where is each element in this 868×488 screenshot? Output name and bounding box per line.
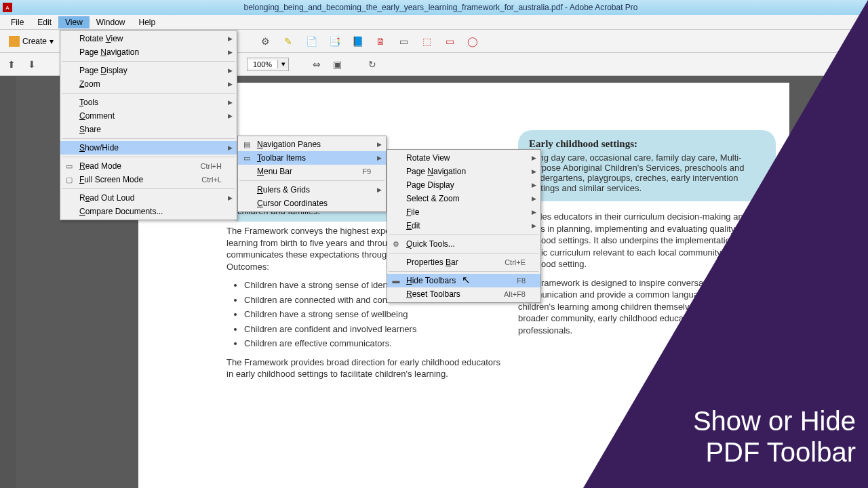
crop-icon[interactable]: ▭ bbox=[396, 34, 411, 49]
comment-icon[interactable]: ✎ bbox=[281, 34, 296, 49]
menu-item[interactable]: Cursor Coordinates bbox=[238, 197, 386, 210]
list-item: Children are effective communicators. bbox=[244, 338, 505, 350]
prev-page-icon[interactable]: ⬆ bbox=[4, 57, 19, 72]
menu-item[interactable]: Menu BarF9 bbox=[238, 165, 386, 178]
menu-window[interactable]: Window bbox=[90, 16, 132, 28]
menu-item[interactable]: Tools▶ bbox=[60, 96, 237, 109]
menu-item[interactable]: Read Out Loud▶ bbox=[60, 191, 237, 205]
menu-item[interactable]: ▢Full Screen ModeCtrl+L bbox=[60, 173, 237, 186]
view-menu[interactable]: Rotate View▶Page Navigation▶Page Display… bbox=[60, 30, 237, 220]
next-page-icon[interactable]: ⬇ bbox=[24, 57, 39, 72]
page-add-icon[interactable]: 📄 bbox=[304, 34, 319, 49]
overlay-caption: Show or Hide PDF Toolbar bbox=[693, 405, 856, 468]
create-label: Create bbox=[22, 37, 47, 46]
acrobat-window: A belonging_being_and_becoming_the_early… bbox=[0, 0, 868, 488]
menu-item[interactable]: Reset ToolbarsAlt+F8 bbox=[387, 287, 540, 301]
menu-item[interactable]: Properties BarCtrl+E bbox=[387, 256, 540, 269]
zoom-field[interactable]: 100% ▾ bbox=[247, 58, 289, 71]
menu-item[interactable]: Show/Hide▶ bbox=[60, 141, 237, 155]
menu-item[interactable]: Page Display▶ bbox=[387, 178, 540, 192]
page-delete-icon[interactable]: 🗎 bbox=[373, 34, 388, 49]
titlebar: A belonging_being_and_becoming_the_early… bbox=[0, 0, 868, 15]
page-insert-icon[interactable]: 📘 bbox=[350, 34, 365, 49]
para-r2: The Framework is designed to inspire con… bbox=[518, 277, 776, 337]
menu-view[interactable]: View bbox=[58, 16, 90, 28]
chevron-down-icon: ▾ bbox=[50, 37, 54, 46]
overlay-line2: PDF Toolbar bbox=[693, 436, 856, 468]
zoom-value: 100% bbox=[248, 60, 277, 68]
textbox-icon[interactable]: ⬚ bbox=[419, 34, 434, 49]
menu-item[interactable]: Comment▶ bbox=[60, 109, 237, 123]
menu-item[interactable]: Share bbox=[60, 123, 237, 136]
create-button[interactable]: Create ▾ bbox=[4, 34, 58, 49]
nav-sidebar[interactable] bbox=[0, 76, 16, 488]
chevron-down-icon[interactable]: ▾ bbox=[277, 60, 288, 68]
create-icon bbox=[9, 36, 20, 47]
pdf-icon: A bbox=[3, 3, 12, 12]
page-extract-icon[interactable]: 📑 bbox=[327, 34, 342, 49]
para-2: The Framework provides broad direction f… bbox=[226, 357, 505, 380]
menubar[interactable]: FileEditViewWindowHelp bbox=[0, 15, 868, 30]
menu-item[interactable]: Page Navigation▶ bbox=[387, 165, 540, 178]
menu-item[interactable]: ▤Navigation Panes▶ bbox=[238, 138, 386, 151]
menu-item[interactable]: Compare Documents... bbox=[60, 205, 237, 218]
menu-item[interactable]: Rotate View▶ bbox=[387, 151, 540, 165]
menu-item[interactable]: Rulers & Grids▶ bbox=[238, 183, 386, 197]
window-title: belonging_being_and_becoming_the_early_y… bbox=[16, 3, 865, 12]
menu-file[interactable]: File bbox=[4, 16, 31, 28]
menu-item[interactable]: ⚙Quick Tools... bbox=[387, 237, 540, 251]
menu-item[interactable]: File▶ bbox=[387, 205, 540, 219]
bluebox-right: Early childhood settings: Long day care,… bbox=[518, 130, 776, 201]
menu-edit[interactable]: Edit bbox=[31, 16, 58, 28]
list-item: Children have a strong sense of wellbein… bbox=[244, 308, 505, 321]
rotate-icon[interactable]: ↻ bbox=[365, 57, 380, 72]
overlay-line1: Show or Hide bbox=[693, 405, 856, 436]
menu-item[interactable]: Zoom▶ bbox=[60, 77, 237, 91]
menu-item[interactable]: ▭Read ModeCtrl+H bbox=[60, 159, 237, 173]
menu-item[interactable]: Page Navigation▶ bbox=[60, 45, 237, 59]
toolbaritems-menu[interactable]: Rotate View▶Page Navigation▶Page Display… bbox=[387, 149, 541, 303]
fit-page-icon[interactable]: ▣ bbox=[330, 57, 344, 72]
showhide-menu[interactable]: ▤Navigation Panes▶▭Toolbar Items▶Menu Ba… bbox=[237, 136, 387, 212]
oval-icon[interactable]: ◯ bbox=[465, 34, 480, 49]
menu-item[interactable]: ▬Hide ToolbarsF8 bbox=[387, 274, 540, 287]
para-r1: It guides educators in their curriculum … bbox=[518, 211, 776, 270]
gear-icon[interactable]: ⚙ bbox=[258, 34, 273, 49]
menu-item[interactable]: Rotate View▶ bbox=[60, 32, 237, 45]
menu-item[interactable]: ▭Toolbar Items▶ bbox=[238, 151, 386, 165]
list-item: Children are confident and involved lear… bbox=[244, 323, 505, 336]
bluebox-right-body: Long day care, occasional care, family d… bbox=[529, 152, 765, 193]
menu-item[interactable]: Select & Zoom▶ bbox=[387, 192, 540, 205]
menu-item[interactable]: Edit▶ bbox=[387, 219, 540, 232]
bluebox-right-title: Early childhood settings: bbox=[529, 138, 765, 150]
rect-icon[interactable]: ▭ bbox=[442, 34, 457, 49]
menu-item[interactable]: Page Display▶ bbox=[60, 64, 237, 77]
fit-width-icon[interactable]: ⇔ bbox=[309, 57, 324, 72]
menu-help[interactable]: Help bbox=[132, 16, 163, 28]
